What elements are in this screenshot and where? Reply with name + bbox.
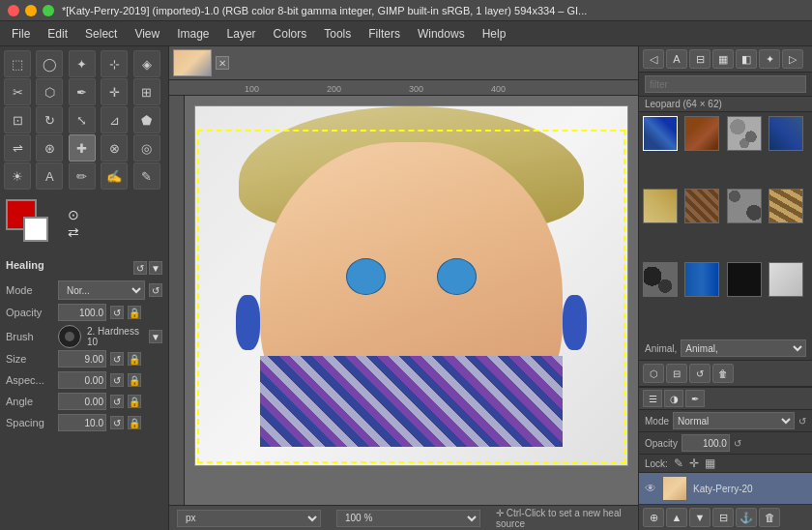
layer-duplicate-btn[interactable]: ⊟: [712, 508, 734, 527]
aspect-lock-btn[interactable]: 🔒: [128, 373, 141, 387]
paths-tab[interactable]: ✒: [685, 390, 705, 407]
pattern-thumb-5[interactable]: [643, 189, 678, 223]
font-icon[interactable]: A: [666, 49, 687, 69]
menu-image[interactable]: Image: [169, 25, 217, 43]
layer-new-btn[interactable]: ⊕: [643, 508, 664, 527]
tool-foreground-select[interactable]: ⬡: [36, 78, 63, 105]
layer-opacity-input[interactable]: [682, 434, 730, 452]
tool-shear[interactable]: ⊿: [101, 106, 128, 133]
pattern-delete-btn[interactable]: 🗑: [712, 364, 734, 383]
tool-dodge-burn[interactable]: ☀: [4, 162, 31, 190]
layer-visibility-icon[interactable]: 👁: [645, 482, 656, 495]
angle-reset-btn[interactable]: ↺: [110, 395, 124, 408]
opacity-lock-btn[interactable]: 🔒: [128, 306, 141, 319]
right-arrow-icon[interactable]: ▷: [782, 49, 803, 69]
canvas-image[interactable]: [194, 105, 628, 466]
tool-crop[interactable]: ⊡: [4, 106, 31, 133]
pattern-thumb-7[interactable]: [727, 189, 762, 223]
filter-input[interactable]: [645, 75, 806, 93]
layer-move-down-btn[interactable]: ▼: [689, 508, 710, 527]
opacity-reset-btn[interactable]: ↺: [110, 306, 124, 319]
layers-tab[interactable]: ☰: [643, 390, 662, 407]
unit-select[interactable]: px: [177, 510, 321, 527]
gradient-icon[interactable]: ▦: [712, 49, 734, 69]
pattern-thumb-12[interactable]: [768, 262, 803, 297]
size-lock-btn[interactable]: 🔒: [128, 352, 141, 366]
pattern-thumb-4[interactable]: [768, 116, 803, 151]
spacing-input[interactable]: [58, 414, 106, 431]
background-color[interactable]: [23, 217, 48, 242]
thumbnail-close-button[interactable]: ✕: [216, 56, 229, 70]
menu-filters[interactable]: Filters: [361, 25, 408, 43]
pattern-thumb-11[interactable]: [727, 262, 762, 297]
lock-position-btn[interactable]: ✛: [689, 456, 699, 470]
mode-select[interactable]: Nor...: [58, 280, 145, 300]
tool-options-menu[interactable]: ▼: [149, 261, 162, 275]
tool-text[interactable]: A: [36, 162, 63, 190]
tool-marquee-rect[interactable]: ⬚: [4, 50, 31, 77]
pattern-refresh-btn[interactable]: ↺: [689, 364, 710, 383]
angle-input[interactable]: [58, 393, 106, 410]
pattern-thumb-3[interactable]: [727, 116, 762, 151]
tool-scale[interactable]: ⤡: [69, 106, 96, 133]
menu-windows[interactable]: Windows: [410, 25, 473, 43]
menu-colors[interactable]: Colors: [266, 25, 315, 43]
menu-layer[interactable]: Layer: [219, 25, 264, 43]
minimize-button[interactable]: [25, 5, 37, 16]
reset-colors-icon[interactable]: ⊙: [68, 207, 79, 222]
aspect-input[interactable]: [58, 371, 106, 389]
aspect-reset-btn[interactable]: ↺: [110, 373, 124, 387]
tool-clone[interactable]: ⊛: [36, 134, 63, 162]
layer-opacity-reset[interactable]: ↺: [734, 438, 741, 449]
spacing-lock-btn[interactable]: 🔒: [128, 416, 141, 429]
pattern-thumb-8[interactable]: [768, 189, 803, 223]
pattern-icon[interactable]: ⊟: [689, 49, 710, 69]
pattern-thumb-1[interactable]: [643, 116, 678, 151]
layer-item[interactable]: 👁 Katy-Perry-20: [639, 473, 812, 505]
layer-mode-reset[interactable]: ↺: [798, 416, 806, 427]
tool-blur[interactable]: ◎: [133, 134, 160, 162]
palette-icon[interactable]: ◧: [736, 49, 757, 69]
pattern-thumb-2[interactable]: [684, 116, 719, 151]
mode-reset-btn[interactable]: ↺: [149, 283, 162, 297]
tool-flip[interactable]: ⇌: [4, 134, 31, 162]
zoom-select[interactable]: 100 %: [336, 510, 480, 527]
brush-editor-icon[interactable]: ◁: [643, 49, 664, 69]
angle-lock-btn[interactable]: 🔒: [128, 395, 141, 408]
tool-paths[interactable]: ✒: [69, 78, 96, 105]
maximize-button[interactable]: [43, 5, 54, 16]
layer-anchor-btn[interactable]: ⚓: [736, 508, 757, 527]
brush-options-btn[interactable]: ▼: [149, 330, 162, 343]
channels-tab[interactable]: ◑: [664, 390, 683, 407]
tool-healing[interactable]: ✚: [69, 134, 96, 162]
close-button[interactable]: [8, 5, 19, 16]
tool-perspective[interactable]: ⬟: [133, 106, 160, 133]
brush-preview[interactable]: [58, 325, 81, 348]
tool-ink[interactable]: ✏: [69, 162, 96, 190]
document-thumbnail[interactable]: [173, 49, 212, 76]
tool-align[interactable]: ⊞: [133, 78, 160, 105]
layer-mode-select[interactable]: Normal: [673, 412, 795, 429]
pattern-duplicate-btn[interactable]: ⊟: [666, 364, 687, 383]
pattern-new-btn[interactable]: ⬡: [643, 364, 664, 383]
pattern-thumb-9[interactable]: [643, 262, 678, 297]
spacing-reset-btn[interactable]: ↺: [110, 416, 124, 429]
tool-paintbrush[interactable]: ✍: [101, 162, 128, 190]
pattern-thumb-10[interactable]: [684, 262, 719, 297]
category-select[interactable]: Animal,: [681, 339, 806, 357]
tool-preset-icon[interactable]: ✦: [759, 49, 780, 69]
tool-lasso[interactable]: ✦: [69, 50, 96, 77]
tool-move[interactable]: ✛: [101, 78, 128, 105]
tool-select-color[interactable]: ◈: [133, 50, 160, 77]
opacity-input[interactable]: [58, 304, 106, 321]
size-reset-btn[interactable]: ↺: [110, 352, 124, 366]
tool-pencil[interactable]: ✎: [133, 162, 160, 190]
tool-rotate[interactable]: ↻: [36, 106, 63, 133]
tool-marquee-ellipse[interactable]: ◯: [36, 50, 63, 77]
tool-fuzzy-select[interactable]: ⊹: [101, 50, 128, 77]
menu-edit[interactable]: Edit: [40, 25, 75, 43]
swap-colors-icon[interactable]: ⇄: [68, 224, 79, 240]
menu-help[interactable]: Help: [475, 25, 514, 43]
lock-alpha-btn[interactable]: ▦: [705, 456, 715, 470]
menu-view[interactable]: View: [127, 25, 167, 43]
